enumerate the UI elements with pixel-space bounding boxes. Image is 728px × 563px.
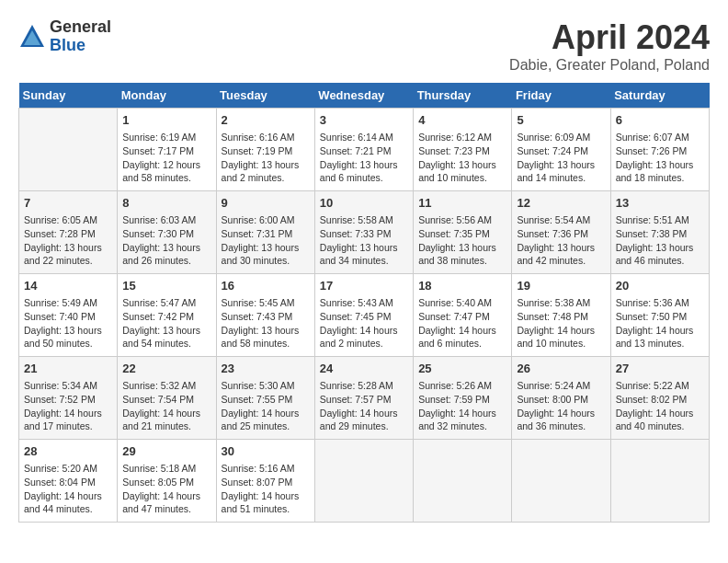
- logo-text: General Blue: [50, 18, 111, 55]
- day-number: 24: [320, 361, 408, 377]
- calendar-cell: 12Sunrise: 5:54 AMSunset: 7:36 PMDayligh…: [512, 191, 610, 274]
- day-info: Sunrise: 5:34 AMSunset: 7:52 PMDaylight:…: [24, 379, 112, 433]
- calendar-cell: [512, 440, 610, 523]
- day-number: 2: [222, 112, 310, 129]
- day-number: 12: [517, 195, 605, 212]
- day-number: 1: [122, 112, 210, 129]
- day-info: Sunrise: 6:07 AMSunset: 7:26 PMDaylight:…: [616, 131, 704, 185]
- logo: General Blue: [18, 18, 111, 55]
- day-info: Sunrise: 6:00 AMSunset: 7:31 PMDaylight:…: [222, 213, 310, 268]
- day-number: 23: [222, 361, 310, 377]
- day-number: 30: [222, 443, 310, 460]
- calendar-cell: 23Sunrise: 5:30 AMSunset: 7:55 PMDayligh…: [216, 357, 314, 440]
- calendar-cell: 16Sunrise: 5:45 AMSunset: 7:43 PMDayligh…: [216, 274, 314, 357]
- day-info: Sunrise: 6:16 AMSunset: 7:19 PMDaylight:…: [222, 131, 310, 185]
- day-info: Sunrise: 5:56 AMSunset: 7:35 PMDaylight:…: [418, 213, 506, 268]
- calendar-cell: 7Sunrise: 6:05 AMSunset: 7:28 PMDaylight…: [19, 191, 118, 274]
- day-info: Sunrise: 6:05 AMSunset: 7:28 PMDaylight:…: [24, 213, 112, 268]
- calendar-cell: 5Sunrise: 6:09 AMSunset: 7:24 PMDaylight…: [512, 109, 610, 191]
- header-row: SundayMondayTuesdayWednesdayThursdayFrid…: [19, 83, 710, 109]
- calendar-cell: 11Sunrise: 5:56 AMSunset: 7:35 PMDayligh…: [414, 191, 512, 274]
- page-header: General Blue April 2024 Dabie, Greater P…: [18, 18, 710, 74]
- calendar-cell: 17Sunrise: 5:43 AMSunset: 7:45 PMDayligh…: [314, 274, 413, 357]
- day-number: 18: [418, 278, 506, 294]
- calendar-cell: 9Sunrise: 6:00 AMSunset: 7:31 PMDaylight…: [216, 191, 314, 274]
- header-cell-saturday: Saturday: [610, 83, 709, 109]
- day-number: 10: [320, 195, 408, 212]
- calendar-week-5: 28Sunrise: 5:20 AMSunset: 8:04 PMDayligh…: [19, 440, 710, 523]
- day-number: 19: [517, 278, 605, 294]
- logo-blue: Blue: [50, 37, 111, 55]
- day-info: Sunrise: 5:20 AMSunset: 8:04 PMDaylight:…: [24, 462, 112, 516]
- calendar-cell: 2Sunrise: 6:16 AMSunset: 7:19 PMDaylight…: [216, 109, 314, 191]
- day-info: Sunrise: 6:19 AMSunset: 7:17 PMDaylight:…: [122, 131, 210, 185]
- day-info: Sunrise: 5:16 AMSunset: 8:07 PMDaylight:…: [222, 462, 310, 516]
- day-info: Sunrise: 5:38 AMSunset: 7:48 PMDaylight:…: [517, 296, 605, 350]
- day-number: 22: [122, 361, 210, 377]
- day-info: Sunrise: 5:18 AMSunset: 8:05 PMDaylight:…: [122, 462, 210, 516]
- day-info: Sunrise: 5:36 AMSunset: 7:50 PMDaylight:…: [616, 296, 704, 350]
- calendar-week-4: 21Sunrise: 5:34 AMSunset: 7:52 PMDayligh…: [19, 357, 710, 440]
- calendar-cell: 27Sunrise: 5:22 AMSunset: 8:02 PMDayligh…: [610, 357, 709, 440]
- calendar-body: 1Sunrise: 6:19 AMSunset: 7:17 PMDaylight…: [19, 109, 710, 523]
- subtitle: Dabie, Greater Poland, Poland: [509, 57, 710, 74]
- day-number: 4: [418, 112, 506, 129]
- day-info: Sunrise: 5:58 AMSunset: 7:33 PMDaylight:…: [320, 213, 408, 268]
- calendar-cell: 24Sunrise: 5:28 AMSunset: 7:57 PMDayligh…: [314, 357, 413, 440]
- calendar-cell: [414, 440, 512, 523]
- day-info: Sunrise: 6:12 AMSunset: 7:23 PMDaylight:…: [418, 131, 506, 185]
- header-cell-tuesday: Tuesday: [216, 83, 314, 109]
- calendar-cell: 1Sunrise: 6:19 AMSunset: 7:17 PMDaylight…: [118, 109, 216, 191]
- calendar-cell: 22Sunrise: 5:32 AMSunset: 7:54 PMDayligh…: [118, 357, 216, 440]
- day-number: 29: [122, 443, 210, 460]
- day-info: Sunrise: 5:28 AMSunset: 7:57 PMDaylight:…: [320, 379, 408, 433]
- day-number: 7: [24, 195, 112, 212]
- header-cell-friday: Friday: [512, 83, 610, 109]
- calendar-cell: 10Sunrise: 5:58 AMSunset: 7:33 PMDayligh…: [314, 191, 413, 274]
- calendar-cell: 15Sunrise: 5:47 AMSunset: 7:42 PMDayligh…: [118, 274, 216, 357]
- day-number: 20: [616, 278, 704, 294]
- title-area: April 2024 Dabie, Greater Poland, Poland: [509, 18, 710, 74]
- day-info: Sunrise: 5:26 AMSunset: 7:59 PMDaylight:…: [418, 379, 506, 433]
- calendar-header: SundayMondayTuesdayWednesdayThursdayFrid…: [19, 83, 710, 109]
- day-number: 16: [222, 278, 310, 294]
- calendar-cell: 13Sunrise: 5:51 AMSunset: 7:38 PMDayligh…: [610, 191, 709, 274]
- header-cell-sunday: Sunday: [19, 83, 118, 109]
- day-number: 3: [320, 112, 408, 129]
- calendar-cell: 30Sunrise: 5:16 AMSunset: 8:07 PMDayligh…: [216, 440, 314, 523]
- calendar-cell: 25Sunrise: 5:26 AMSunset: 7:59 PMDayligh…: [414, 357, 512, 440]
- day-info: Sunrise: 5:32 AMSunset: 7:54 PMDaylight:…: [122, 379, 210, 433]
- calendar-cell: 21Sunrise: 5:34 AMSunset: 7:52 PMDayligh…: [19, 357, 118, 440]
- day-number: 25: [418, 361, 506, 377]
- day-info: Sunrise: 5:45 AMSunset: 7:43 PMDaylight:…: [222, 296, 310, 350]
- calendar-cell: 29Sunrise: 5:18 AMSunset: 8:05 PMDayligh…: [118, 440, 216, 523]
- day-info: Sunrise: 5:43 AMSunset: 7:45 PMDaylight:…: [320, 296, 408, 350]
- logo-icon: [18, 23, 46, 51]
- day-number: 13: [616, 195, 704, 212]
- calendar-cell: [19, 109, 118, 191]
- day-number: 21: [24, 361, 112, 377]
- calendar-cell: 20Sunrise: 5:36 AMSunset: 7:50 PMDayligh…: [610, 274, 709, 357]
- day-number: 11: [418, 195, 506, 212]
- day-number: 26: [517, 361, 605, 377]
- day-info: Sunrise: 5:24 AMSunset: 8:00 PMDaylight:…: [517, 379, 605, 433]
- day-info: Sunrise: 5:47 AMSunset: 7:42 PMDaylight:…: [122, 296, 210, 350]
- day-number: 6: [616, 112, 704, 129]
- calendar-cell: 19Sunrise: 5:38 AMSunset: 7:48 PMDayligh…: [512, 274, 610, 357]
- day-number: 8: [122, 195, 210, 212]
- day-info: Sunrise: 6:14 AMSunset: 7:21 PMDaylight:…: [320, 131, 408, 185]
- day-info: Sunrise: 5:40 AMSunset: 7:47 PMDaylight:…: [418, 296, 506, 350]
- main-title: April 2024: [509, 18, 710, 57]
- day-number: 15: [122, 278, 210, 294]
- header-cell-thursday: Thursday: [414, 83, 512, 109]
- calendar-week-3: 14Sunrise: 5:49 AMSunset: 7:40 PMDayligh…: [19, 274, 710, 357]
- calendar-cell: 4Sunrise: 6:12 AMSunset: 7:23 PMDaylight…: [414, 109, 512, 191]
- day-info: Sunrise: 6:09 AMSunset: 7:24 PMDaylight:…: [517, 131, 605, 185]
- calendar-cell: 3Sunrise: 6:14 AMSunset: 7:21 PMDaylight…: [314, 109, 413, 191]
- day-number: 17: [320, 278, 408, 294]
- day-number: 28: [24, 443, 112, 460]
- calendar-cell: 18Sunrise: 5:40 AMSunset: 7:47 PMDayligh…: [414, 274, 512, 357]
- day-info: Sunrise: 6:03 AMSunset: 7:30 PMDaylight:…: [122, 213, 210, 268]
- day-info: Sunrise: 5:49 AMSunset: 7:40 PMDaylight:…: [24, 296, 112, 350]
- calendar-cell: 8Sunrise: 6:03 AMSunset: 7:30 PMDaylight…: [118, 191, 216, 274]
